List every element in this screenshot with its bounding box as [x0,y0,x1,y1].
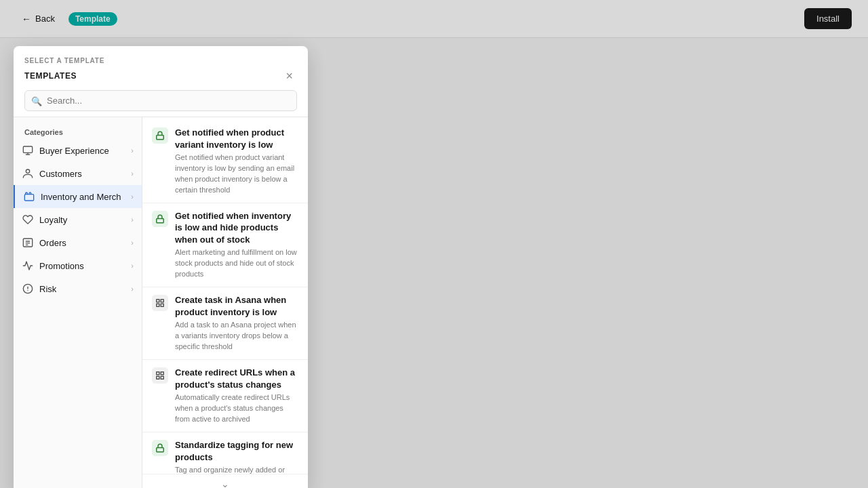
modal-overlay: SELECT A TEMPLATE TEMPLATES × 🔍 Categori… [0,0,868,38]
